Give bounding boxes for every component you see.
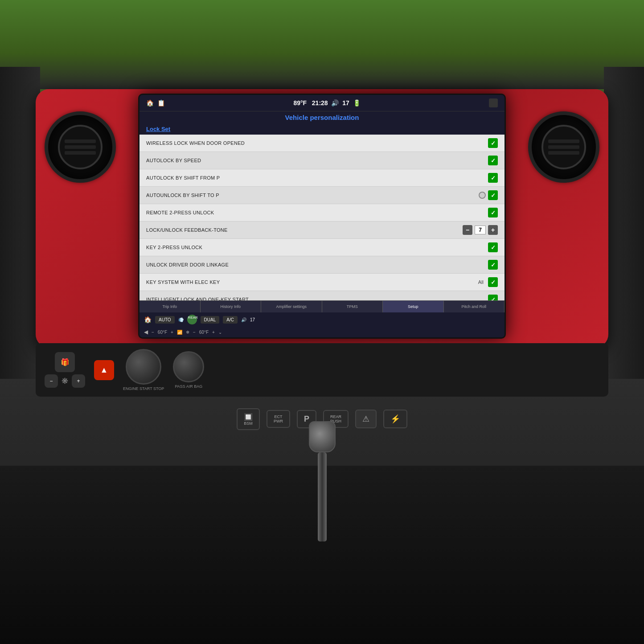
check-icon[interactable]: ✓ (488, 138, 498, 148)
menu-item-label: KEY 2-PRESS UNLOCK (146, 245, 202, 250)
menu-item-control: ✓ (488, 173, 498, 183)
check-icon[interactable]: ✓ (488, 295, 498, 300)
temp-left-minus[interactable]: − (152, 330, 154, 335)
check-icon[interactable]: ✓ (488, 208, 498, 217)
time-display: 21:28 (312, 99, 328, 107)
menu-item-label: Wireless lock when door opened (146, 140, 245, 146)
check-icon[interactable]: ✓ (488, 190, 498, 200)
rear-btn[interactable]: REAR (187, 315, 197, 324)
tab-pitch-roll[interactable]: Pitch and Roll (444, 301, 505, 312)
bsm-btn[interactable]: 🔲 BSM (237, 408, 260, 430)
temp-right-minus[interactable]: − (193, 330, 196, 335)
temp-left-plus[interactable]: + (171, 330, 173, 335)
home-icon[interactable]: 🏠 (146, 99, 154, 107)
vent-blade (548, 139, 579, 143)
vent-blade (65, 139, 96, 143)
menu-item-label: UNLOCK DRIVER DOOR LINKAGE (146, 262, 229, 267)
warning-btn[interactable]: ▲ (94, 360, 114, 380)
climate-bottom-row[interactable]: ◀ − 60°F + 📶 ❄ − 60°F + ⌄ (139, 327, 505, 337)
pass-airbag-label: PASS AIR BAG (175, 384, 202, 389)
gift-btn[interactable]: 🎁 (55, 352, 75, 372)
status-bar: 🏠 📋 89°F 21:28 🔊 17 🔋 (139, 95, 505, 111)
tab-history-info[interactable]: History Info (201, 301, 262, 312)
fan-minus-btn[interactable]: − (45, 374, 58, 388)
all-label: All (478, 279, 484, 285)
check-icon[interactable]: ✓ (488, 260, 498, 270)
vent-blade (65, 151, 96, 155)
tab-label: Amplifier settings (263, 304, 320, 309)
engine-start-knob[interactable] (126, 349, 161, 385)
dash-right-panel (604, 67, 644, 379)
menu-item-wireless-lock[interactable]: Wireless lock when door opened ✓ (139, 135, 505, 152)
wireless-charge-btn[interactable]: ⚡ (383, 410, 407, 428)
check-icon[interactable]: ✓ (488, 277, 498, 287)
menu-item-control: ✓ (488, 295, 498, 300)
drive-mode-knob[interactable] (173, 351, 204, 382)
menu-item-control: − 7 + (463, 225, 498, 235)
menu-item-control: ✓ (488, 156, 498, 165)
status-time: 89°F 21:28 🔊 17 🔋 (293, 99, 360, 107)
check-icon[interactable]: ✓ (488, 173, 498, 183)
settings-menu-list[interactable]: Wireless lock when door opened ✓ AUTOLOC… (139, 135, 505, 300)
screen-title-bar: Vehicle personalization (139, 111, 505, 123)
infotainment-screen[interactable]: 🏠 📋 89°F 21:28 🔊 17 🔋 Vehicle personaliz… (138, 94, 506, 339)
tab-tpms[interactable]: TPMS (322, 301, 383, 312)
engine-label: ENGINE START STOP (123, 386, 164, 391)
physical-controls-area: 🎁 − ❋ + ▲ ENGINE START STOP PASS AIR BAG (36, 343, 608, 397)
screen-content: 🏠 📋 89°F 21:28 🔊 17 🔋 Vehicle personaliz… (139, 95, 505, 337)
menu-item-autolock-speed[interactable]: AUTOLOCK BY SPEED ✓ (139, 152, 505, 169)
menu-item-control: ✓ (488, 242, 498, 252)
menu-item-label: AUTOLOCK BY SPEED (146, 158, 201, 163)
menu-item-control: ✓ (479, 190, 498, 200)
temp-left-value: 60°F (158, 330, 167, 335)
radio-indicator[interactable] (479, 192, 486, 199)
menu-item-key-system[interactable]: KEY SYSTEM WITH ELEC KEY All ✓ (139, 274, 505, 291)
stepper-control[interactable]: − 7 + (463, 225, 498, 235)
vent-inner-right (541, 125, 586, 169)
climate-controls-row[interactable]: 🏠 AUTO 💨 REAR DUAL A/C 🔊 17 (139, 312, 505, 327)
tab-label: Pitch and Roll (446, 304, 502, 309)
gear-knob[interactable] (309, 421, 336, 452)
stepper-decrease-btn[interactable]: − (463, 225, 472, 235)
menu-item-feedback-tone[interactable]: LOCK/UNLOCK FEEDBACK-TONE − 7 + (139, 222, 505, 239)
temp-right-plus[interactable]: + (212, 330, 215, 335)
home-climate-icon[interactable]: 🏠 (144, 316, 152, 323)
battery-display: 17 (342, 99, 349, 107)
gear-shaft (318, 452, 327, 541)
ect-label: ECT (274, 414, 283, 419)
speaker-icon: 🔊 (241, 317, 246, 322)
tab-label: Trip Info (142, 304, 198, 309)
fan-speed: 17 (250, 317, 255, 322)
check-icon[interactable]: ✓ (488, 242, 498, 252)
menu-item-control: ✓ (488, 138, 498, 148)
temp-right-value: 60°F (199, 330, 209, 335)
check-icon[interactable]: ✓ (488, 156, 498, 165)
clipboard-icon[interactable]: 📋 (157, 99, 165, 107)
tab-label: Setup (385, 304, 441, 309)
menu-item-autounlock[interactable]: AUTOUNLOCK BY SHIFT TO P ✓ (139, 187, 505, 204)
tab-trip-info[interactable]: Trip Info (139, 301, 201, 312)
back-btn[interactable]: ◀ (144, 329, 148, 335)
gear-shifter-area (278, 421, 367, 555)
dual-btn[interactable]: DUAL (201, 316, 220, 324)
ac-btn[interactable]: A/C (223, 316, 238, 324)
tab-setup[interactable]: Setup (383, 301, 444, 312)
status-scroll-indicator (489, 98, 498, 107)
section-label: Lock Set (146, 126, 498, 132)
menu-item-key2press[interactable]: KEY 2-PRESS UNLOCK ✓ (139, 239, 505, 256)
menu-item-label: INTELLIGENT LOCK AND ONE-KEY START (146, 297, 249, 300)
menu-item-intelligent-lock[interactable]: INTELLIGENT LOCK AND ONE-KEY START ✓ (139, 291, 505, 300)
down-arrow-icon[interactable]: ⌄ (218, 330, 222, 335)
menu-item-label: REMOTE 2-PRESS UNLOCK (146, 210, 214, 215)
wireless-icon: ⚡ (390, 414, 400, 424)
vent-blade (548, 151, 579, 155)
menu-item-autolock-shift[interactable]: AUTOLOCK BY SHIFT FROM P ✓ (139, 169, 505, 187)
bottom-nav-tabs[interactable]: Trip Info History Info Amplifier setting… (139, 300, 505, 312)
menu-item-driver-door[interactable]: UNLOCK DRIVER DOOR LINKAGE ✓ (139, 256, 505, 274)
menu-item-remote-unlock[interactable]: REMOTE 2-PRESS UNLOCK ✓ (139, 204, 505, 222)
dash-left-panel (0, 67, 40, 379)
tab-amplifier[interactable]: Amplifier settings (261, 301, 322, 312)
fan-plus-btn[interactable]: + (72, 374, 85, 388)
stepper-increase-btn[interactable]: + (488, 225, 498, 235)
auto-btn[interactable]: AUTO (155, 316, 175, 324)
